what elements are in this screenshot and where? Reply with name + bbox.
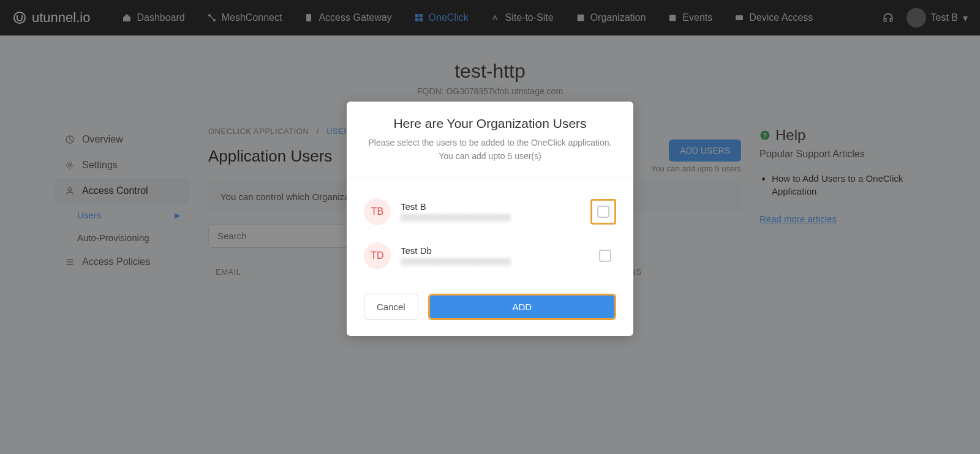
user-avatar: TD: [364, 242, 391, 269]
cancel-button[interactable]: Cancel: [364, 294, 418, 320]
user-name: Test B: [401, 201, 581, 212]
user-name: Test Db: [401, 245, 584, 256]
modal-title: Here are Your Organization Users: [364, 116, 616, 131]
modal-text-2: You can add upto 5 user(s): [364, 149, 616, 163]
user-email-blurred: [401, 258, 584, 266]
user-checkbox[interactable]: [597, 206, 609, 218]
user-avatar: TB: [364, 198, 391, 225]
modal-overlay: Here are Your Organization Users Please …: [0, 0, 980, 454]
user-row: TB Test B: [364, 190, 616, 234]
modal-text-1: Please select the users to be added to t…: [364, 136, 616, 149]
user-checkbox-wrap: [594, 245, 616, 267]
user-row: TD Test Db: [364, 234, 616, 278]
add-button[interactable]: ADD: [430, 296, 614, 318]
user-email-blurred: [401, 214, 581, 222]
user-checkbox[interactable]: [599, 250, 611, 262]
user-checkbox-wrap: [590, 199, 616, 225]
add-button-highlight: ADD: [428, 294, 616, 320]
add-users-modal: Here are Your Organization Users Please …: [347, 102, 633, 336]
